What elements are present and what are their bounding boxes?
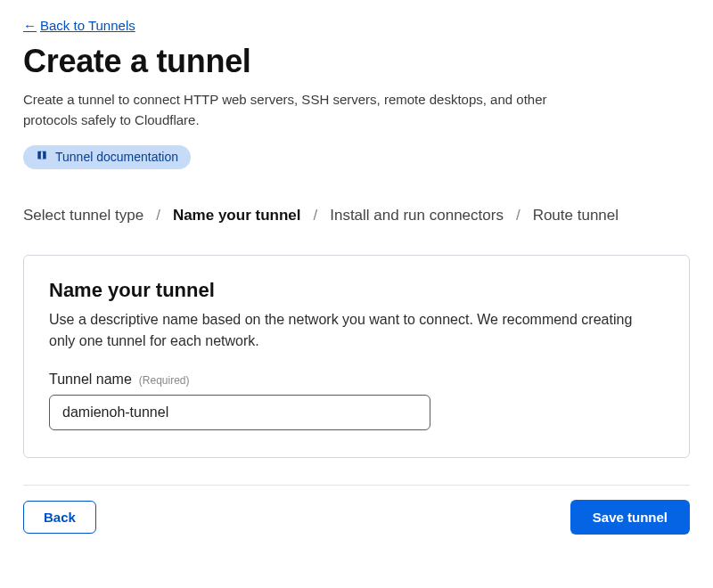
step-install-connectors[interactable]: Install and run connectors (330, 207, 504, 225)
arrow-left-icon: ← (23, 18, 37, 33)
panel-description: Use a descriptive name based on the netw… (49, 309, 637, 352)
book-icon (36, 150, 48, 165)
step-route-tunnel[interactable]: Route tunnel (533, 207, 619, 225)
step-name-your-tunnel[interactable]: Name your tunnel (173, 207, 301, 225)
back-button[interactable]: Back (23, 501, 96, 534)
field-label-text: Tunnel name (49, 372, 132, 388)
step-separator: / (516, 207, 520, 225)
save-tunnel-button[interactable]: Save tunnel (570, 500, 690, 535)
name-tunnel-panel: Name your tunnel Use a descriptive name … (23, 255, 690, 458)
footer-actions: Back Save tunnel (23, 500, 690, 535)
step-separator: / (313, 207, 317, 225)
step-separator: / (156, 207, 160, 225)
back-link-text: Back to Tunnels (40, 18, 135, 33)
stepper: Select tunnel type / Name your tunnel / … (23, 207, 690, 225)
page-title: Create a tunnel (23, 43, 690, 80)
doc-chip-label: Tunnel documentation (55, 150, 178, 164)
footer-divider (23, 485, 690, 486)
tunnel-name-label: Tunnel name (Required) (49, 372, 664, 388)
back-to-tunnels-link[interactable]: ← Back to Tunnels (23, 18, 135, 33)
field-required-hint: (Required) (139, 374, 190, 387)
tunnel-documentation-chip[interactable]: Tunnel documentation (23, 145, 191, 169)
tunnel-name-input[interactable] (49, 395, 430, 430)
page-description: Create a tunnel to connect HTTP web serv… (23, 89, 576, 131)
panel-title: Name your tunnel (49, 279, 664, 302)
step-select-tunnel-type[interactable]: Select tunnel type (23, 207, 143, 225)
